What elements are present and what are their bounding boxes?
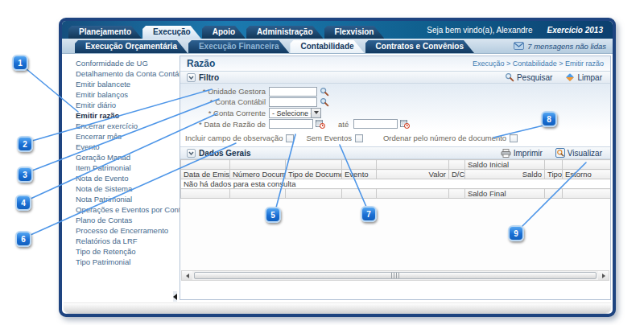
clear-button[interactable]: Limpar xyxy=(565,72,602,82)
tab-execucao-orcamentaria[interactable]: Execução Orçamentária xyxy=(75,40,188,53)
sidebar-item-emitir-balancete[interactable]: Emitir balancete xyxy=(76,79,180,89)
data-razao-until-label: até xyxy=(338,120,349,129)
sidebar-item-operacoes-eventos[interactable]: Operações e Eventos por Conta xyxy=(76,204,180,215)
column-header-tipo-documento[interactable]: Tipo de Documento xyxy=(286,170,342,179)
menu-tab-administracao[interactable]: Administração xyxy=(246,26,323,39)
sidebar-item-tipo-retencao[interactable]: Tipo de Retenção xyxy=(76,246,180,257)
scroll-right-button[interactable] xyxy=(598,271,609,280)
unidade-gestora-input[interactable] xyxy=(269,87,317,97)
sub-tab-bar: Execução Orçamentária Execução Financeir… xyxy=(62,39,613,54)
callout-badge-8: 8 xyxy=(541,111,557,127)
content-area: Conformidade de UG Detalhamento da Conta… xyxy=(62,54,613,302)
data-razao-from-calendar-button[interactable] xyxy=(316,119,325,129)
collapse-arrow-icon xyxy=(173,294,177,300)
sidebar-item-emitir-razao[interactable]: Emitir razão xyxy=(76,110,180,121)
menu-tab-flexvision[interactable]: Flexvision xyxy=(324,26,385,39)
horizontal-scrollbar[interactable] xyxy=(181,270,609,281)
sidebar-item-nota-de-evento[interactable]: Nota de Evento xyxy=(76,173,180,183)
data-razao-label: * Data de Razão de xyxy=(180,120,269,129)
unidade-gestora-lookup-button[interactable] xyxy=(320,87,329,97)
sem-eventos-checkbox-label: Sem Eventos xyxy=(306,134,352,142)
data-razao-to-input[interactable] xyxy=(353,119,398,129)
scroll-left-button[interactable] xyxy=(182,271,192,280)
sem-eventos-checkbox[interactable] xyxy=(355,134,363,142)
clear-button-label: Limpar xyxy=(577,73,602,82)
scrollbar-grip-icon xyxy=(391,273,400,278)
column-header-evento[interactable]: Evento xyxy=(342,170,377,179)
print-button[interactable]: Imprimir xyxy=(501,149,543,158)
tab-contabilidade[interactable]: Contabilidade xyxy=(290,40,364,53)
sidebar-item-encerrar-exercicio[interactable]: Encerrar exercício xyxy=(76,121,180,131)
sidebar-menu: Conformidade de UG Detalhamento da Conta… xyxy=(62,54,180,302)
sidebar-item-emitir-balancos[interactable]: Emitir balanços xyxy=(76,89,180,100)
menu-tab-apoio[interactable]: Apoio xyxy=(202,26,246,39)
column-header-tipo[interactable]: Tipo xyxy=(545,170,563,179)
top-menu-bar: Planejamento Execução Apoio Administraçã… xyxy=(62,21,613,39)
callout-badge-2: 2 xyxy=(17,136,33,152)
calendar-icon xyxy=(400,119,410,129)
sidebar-item-plano-de-contas[interactable]: Plano de Contas xyxy=(76,215,180,225)
grid-section-header: Dados Gerais Imprimir xyxy=(180,146,610,159)
column-header-data-emissao[interactable]: Data de Emissão xyxy=(181,170,230,179)
conta-corrente-dropdown-button[interactable] xyxy=(311,108,321,118)
tab-contratos-convenios[interactable]: Contratos e Convênios xyxy=(365,40,474,53)
menu-tab-execucao[interactable]: Execução xyxy=(142,26,201,39)
sidebar-item-processo-encerramento[interactable]: Processo de Encerramento xyxy=(76,225,180,236)
search-button[interactable]: Pesquisar xyxy=(505,72,552,82)
print-button-label: Imprimir xyxy=(514,149,543,158)
tab-execucao-financeira[interactable]: Execução Financeira xyxy=(188,40,290,53)
exercise-label: Exercício 2013 xyxy=(547,26,604,35)
callout-badge-4: 4 xyxy=(15,195,31,211)
conta-corrente-select[interactable]: - Selecione - xyxy=(269,108,321,118)
sidebar-item-encerrar-mes[interactable]: Encerrar mês xyxy=(76,131,180,142)
data-razao-from-input[interactable] xyxy=(269,119,313,129)
sidebar-collapse-handle[interactable] xyxy=(173,291,177,302)
conta-contabil-label: * Conta Contábil xyxy=(180,97,269,106)
sidebar-item-nota-de-sistema[interactable]: Nota de Sistema xyxy=(76,183,180,194)
welcome-area: Seja bem vindo(a), Alexandre Exercício 2… xyxy=(427,26,606,35)
grid-empty-area xyxy=(180,199,610,270)
sidebar-item-conformidade-ug[interactable]: Conformidade de UG xyxy=(76,58,180,68)
column-header-dc[interactable]: D/C xyxy=(449,170,465,179)
sidebar-item-relatorios-lrf[interactable]: Relatórios da LRF xyxy=(76,236,180,246)
sidebar-item-geracao-manad[interactable]: Geração Manad xyxy=(76,152,180,162)
column-header-estorno[interactable]: Estorno xyxy=(563,170,612,179)
scrollbar-thumb[interactable] xyxy=(194,272,597,279)
observacao-checkbox[interactable] xyxy=(286,134,294,142)
sidebar-item-nota-patrimonial[interactable]: Nota Patrimonial xyxy=(76,194,180,204)
printer-icon xyxy=(501,149,511,158)
callout-badge-9: 9 xyxy=(508,225,524,241)
column-header-numero-documento[interactable]: Número Documento xyxy=(230,170,286,179)
grid-section-title: Dados Gerais xyxy=(199,149,250,158)
ordenar-checkbox[interactable] xyxy=(510,134,518,142)
view-button[interactable]: Visualizar xyxy=(555,148,602,158)
breadcrumb: Execução > Contabilidade > Emitir razão xyxy=(473,60,604,68)
column-header-saldo[interactable]: Saldo xyxy=(465,170,545,179)
sidebar-item-tipo-patrimonial[interactable]: Tipo Patrimonial xyxy=(76,257,180,267)
table-group-row: Saldo Inicial xyxy=(181,160,612,170)
sidebar-item-item-patrimonial[interactable]: Item Patrimonial xyxy=(76,162,180,173)
column-header-valor[interactable]: Valor xyxy=(377,170,449,179)
conta-contabil-input[interactable] xyxy=(269,97,317,107)
saldo-inicial-cell: Saldo Inicial xyxy=(465,160,545,170)
triangle-left-icon xyxy=(186,274,189,278)
application-window: Planejamento Execução Apoio Administraçã… xyxy=(59,18,616,317)
table-empty-row: Não há dados para esta consulta xyxy=(181,179,612,189)
sidebar-item-evento[interactable]: Evento xyxy=(76,142,180,152)
grid-collapse-button[interactable] xyxy=(187,149,196,158)
table-header-row: Data de Emissão Número Documento Tipo de… xyxy=(181,170,612,179)
field-row-unidade-gestora: * Unidade Gestora xyxy=(180,86,610,97)
filter-collapse-button[interactable] xyxy=(187,73,196,82)
menu-tab-planejamento[interactable]: Planejamento xyxy=(68,26,142,39)
data-razao-to-calendar-button[interactable] xyxy=(400,119,410,129)
panel-header: Razão Execução > Contabilidade > Emitir … xyxy=(180,56,610,71)
conta-contabil-lookup-button[interactable] xyxy=(320,97,329,107)
view-magnifier-icon xyxy=(555,148,565,158)
field-row-conta-contabil: * Conta Contábil xyxy=(180,97,610,107)
sidebar-item-emitir-diario[interactable]: Emitir diário xyxy=(76,100,180,110)
welcome-text: Seja bem vindo(a), Alexandre xyxy=(427,26,532,35)
search-icon xyxy=(320,97,329,107)
messages-indicator[interactable]: 7 mensagens não lidas xyxy=(514,42,606,51)
sidebar-item-detalhamento-conta[interactable]: Detalhamento da Conta Contábil xyxy=(76,68,180,79)
unidade-gestora-label: * Unidade Gestora xyxy=(180,87,269,96)
